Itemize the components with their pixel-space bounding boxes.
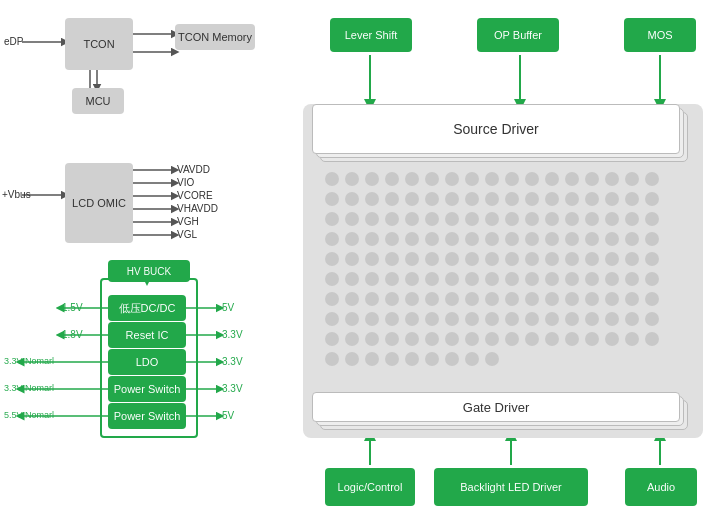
dot: [345, 252, 359, 266]
dot: [485, 192, 499, 206]
dot: [465, 172, 479, 186]
vhavdd-label: VHAVDD: [177, 203, 218, 214]
dot: [625, 212, 639, 226]
dot: [425, 252, 439, 266]
dot: [525, 292, 539, 306]
diagram: eDP TCON TCON Memory MCU +Vbus LCD OMIC …: [0, 0, 720, 522]
dot: [425, 352, 439, 366]
dot: [485, 292, 499, 306]
dot: [405, 192, 419, 206]
dot: [505, 232, 519, 246]
dot: [605, 212, 619, 226]
dot: [645, 212, 659, 226]
dot: [605, 172, 619, 186]
dot: [385, 192, 399, 206]
dot: [405, 172, 419, 186]
dot: [645, 332, 659, 346]
dot: [625, 172, 639, 186]
v1-5-label: 1.5V: [62, 302, 83, 313]
dot: [445, 272, 459, 286]
dot: [545, 172, 559, 186]
dot: [405, 332, 419, 346]
dot: [565, 252, 579, 266]
v3-3-3-label: 3.3V: [222, 383, 243, 394]
dot: [605, 232, 619, 246]
dot: [625, 232, 639, 246]
dot: [405, 252, 419, 266]
dot: [385, 352, 399, 366]
dot: [325, 252, 339, 266]
dot: [465, 332, 479, 346]
lever-shift-box: Lever Shift: [330, 18, 412, 52]
dot: [465, 312, 479, 326]
dot: [445, 172, 459, 186]
dot: [445, 232, 459, 246]
dot: [505, 292, 519, 306]
vbus-label: +Vbus: [2, 189, 31, 200]
dot: [425, 312, 439, 326]
dot: [385, 252, 399, 266]
dot: [625, 272, 639, 286]
dot: [545, 212, 559, 226]
dot: [505, 312, 519, 326]
dot: [425, 172, 439, 186]
dot: [485, 252, 499, 266]
dot: [425, 212, 439, 226]
backlight-led-box: Backlight LED Driver: [434, 468, 588, 506]
dot: [545, 272, 559, 286]
vgh-label: VGH: [177, 216, 199, 227]
dot: [565, 192, 579, 206]
dot: [325, 192, 339, 206]
dot: [365, 172, 379, 186]
dot: [605, 292, 619, 306]
dot: [465, 272, 479, 286]
vgl-label: VGL: [177, 229, 197, 240]
hv-buck-label: HV BUCK: [108, 260, 190, 282]
mcu-box: MCU: [72, 88, 124, 114]
vcore-label: VCORE: [177, 190, 213, 201]
dot: [385, 212, 399, 226]
dot: [545, 332, 559, 346]
v5-1-label: 5V: [222, 302, 234, 313]
dot: [385, 332, 399, 346]
dot: [625, 312, 639, 326]
dot: [365, 252, 379, 266]
dot: [565, 332, 579, 346]
dot: [365, 292, 379, 306]
dot: [425, 192, 439, 206]
tcon-memory-box: TCON Memory: [175, 24, 255, 50]
dot: [565, 212, 579, 226]
v3-3-nomarl-2-label: 3.3V Nomarl: [4, 383, 54, 393]
dot: [445, 252, 459, 266]
dot: [365, 232, 379, 246]
v5-5-nomarl-label: 5.5V Nomarl: [4, 410, 54, 420]
dot: [405, 352, 419, 366]
dot: [645, 292, 659, 306]
v3-3-2-label: 3.3V: [222, 356, 243, 367]
dot: [365, 212, 379, 226]
dot: [325, 172, 339, 186]
dot: [385, 292, 399, 306]
dot: [365, 192, 379, 206]
dot: [645, 272, 659, 286]
dot: [505, 172, 519, 186]
gate-driver-box: Gate Driver: [312, 392, 680, 422]
dot: [565, 172, 579, 186]
dot: [385, 172, 399, 186]
dot: [425, 332, 439, 346]
dot: [405, 232, 419, 246]
dot: [485, 212, 499, 226]
dot: [545, 192, 559, 206]
dot: [545, 232, 559, 246]
dot: [405, 312, 419, 326]
dot: [645, 172, 659, 186]
dot: [345, 232, 359, 246]
dot: [445, 332, 459, 346]
dot: [365, 352, 379, 366]
dc-dc-box: 低压DC/DC: [108, 295, 186, 321]
dot: [585, 272, 599, 286]
dot: [525, 232, 539, 246]
dot: [405, 272, 419, 286]
v1-8-label: 1.8V: [62, 329, 83, 340]
dot: [385, 232, 399, 246]
